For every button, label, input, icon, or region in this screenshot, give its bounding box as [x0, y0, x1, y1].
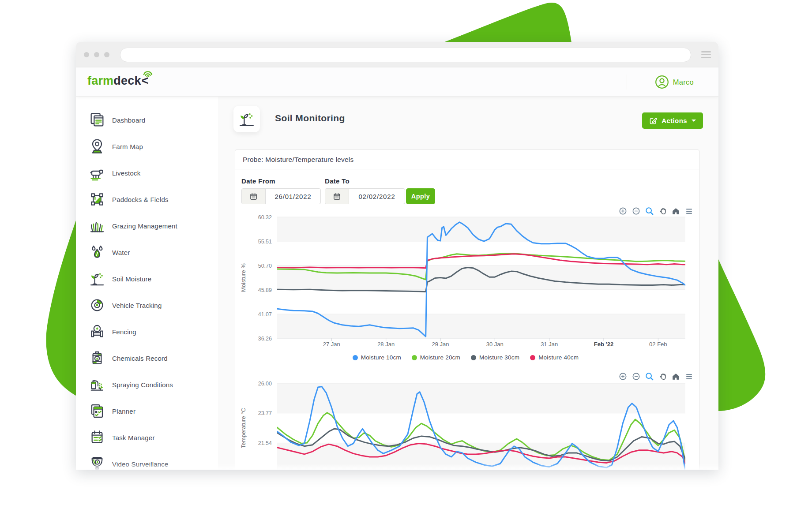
- sidebar-item-planner[interactable]: Planner: [88, 401, 177, 421]
- svg-text:45.89: 45.89: [258, 287, 272, 293]
- deco-top-right-swoosh: [444, 3, 571, 42]
- sidebar-item-dashboard[interactable]: Dashboard: [88, 110, 177, 130]
- home-icon[interactable]: [671, 206, 680, 216]
- deco-left-wedge: [46, 221, 76, 396]
- calendar-icon[interactable]: [242, 189, 266, 204]
- svg-text:27 Jan: 27 Jan: [323, 341, 340, 348]
- spraying-conditions-icon: [88, 376, 106, 393]
- sidebar-item-label: Livestock: [112, 169, 140, 177]
- main-area: Dashboard Farm Map Livestock Paddocks & …: [76, 96, 718, 470]
- legend-dot: [471, 355, 476, 360]
- sidebar-menu: Dashboard Farm Map Livestock Paddocks & …: [88, 110, 177, 470]
- sidebar-item-label: Farm Map: [112, 143, 143, 150]
- temperature-chart-toolbar: [618, 372, 694, 381]
- svg-text:02 Feb: 02 Feb: [649, 341, 667, 348]
- pan-icon[interactable]: [658, 206, 667, 216]
- zoom-out-icon[interactable]: [632, 372, 641, 381]
- legend-dot: [412, 355, 417, 360]
- sidebar-item-label: Chemicals Record: [112, 355, 168, 362]
- sidebar-item-grazing-management[interactable]: Grazing Management: [88, 216, 177, 236]
- address-bar[interactable]: [120, 48, 691, 62]
- svg-text:21.54: 21.54: [258, 440, 272, 446]
- paddocks-fields-icon: [88, 191, 106, 208]
- actions-button-label: Actions: [662, 117, 687, 124]
- sidebar-item-spraying-conditions[interactable]: Spraying Conditions: [88, 375, 177, 394]
- deco-right-teardrop: [718, 259, 765, 411]
- zoom-in-icon[interactable]: [618, 372, 628, 381]
- window-control-dots: [84, 52, 109, 57]
- svg-text:29 Jan: 29 Jan: [432, 341, 449, 348]
- soil-monitoring-icon: [237, 110, 256, 128]
- zoom-out-icon[interactable]: [632, 206, 641, 216]
- moisture-chart: 60.3255.5150.7045.8941.0736.2627 Jan28 J…: [238, 209, 693, 361]
- sidebar-item-farm-map[interactable]: Farm Map: [88, 137, 177, 156]
- sidebar-item-livestock[interactable]: Livestock: [88, 163, 177, 183]
- sidebar-item-label: Task Manager: [112, 434, 155, 441]
- sidebar-item-label: Paddocks & Fields: [112, 196, 169, 203]
- date-to-value: 02/02/2022: [349, 189, 405, 204]
- farm-map-icon: [88, 138, 106, 155]
- sidebar-item-label: Dashboard: [112, 116, 145, 124]
- legend-label: Moisture 20cm: [420, 354, 460, 361]
- svg-text:23.77: 23.77: [258, 410, 272, 416]
- selection-zoom-icon[interactable]: [645, 372, 654, 381]
- sidebar-item-soil-moisture[interactable]: Soil Moisture: [88, 269, 177, 288]
- sidebar-item-label: Soil Moisture: [112, 275, 151, 283]
- svg-text:60.32: 60.32: [258, 214, 272, 221]
- chemicals-record-icon: [88, 349, 106, 367]
- legend-item-moisture-10cm[interactable]: Moisture 10cm: [353, 354, 401, 361]
- selection-zoom-icon[interactable]: [645, 206, 654, 216]
- apply-button[interactable]: Apply: [406, 188, 435, 204]
- vehicle-tracking-icon: [88, 296, 106, 314]
- fencing-icon: [88, 323, 106, 340]
- date-from-input[interactable]: 26/01/2022: [241, 188, 321, 204]
- svg-text:28 Jan: 28 Jan: [377, 341, 395, 348]
- sidebar-item-water[interactable]: Water: [88, 243, 177, 262]
- pan-icon[interactable]: [658, 372, 667, 381]
- svg-text:55.51: 55.51: [258, 239, 272, 245]
- svg-text:Temperature °C: Temperature °C: [240, 408, 247, 448]
- logo-text-farm: farm: [87, 74, 113, 87]
- page-icon-card: [233, 106, 260, 132]
- menu-icon[interactable]: [684, 206, 694, 216]
- sidebar-item-video-surveillance[interactable]: Video Surveillance: [88, 454, 177, 470]
- sidebar-item-paddocks-fields[interactable]: Paddocks & Fields: [88, 190, 177, 209]
- legend-dot: [530, 355, 535, 360]
- legend-item-moisture-30cm[interactable]: Moisture 30cm: [471, 354, 519, 361]
- legend-label: Moisture 10cm: [361, 354, 401, 361]
- browser-window: farmdeck< Marco Dashboard Farm Map: [76, 42, 718, 470]
- zoom-in-icon[interactable]: [618, 206, 628, 216]
- svg-text:26.00: 26.00: [258, 381, 272, 387]
- svg-text:31 Jan: 31 Jan: [541, 341, 558, 348]
- legend-dot: [353, 355, 358, 360]
- panel-title: Probe: Moisture/Temperature levels: [235, 150, 699, 169]
- svg-text:41.07: 41.07: [258, 311, 272, 318]
- date-to-label: Date To: [325, 177, 350, 185]
- planner-icon: [88, 402, 106, 420]
- content-area: Soil Monitoring Actions Probe: Moisture/…: [218, 96, 718, 470]
- date-to-input[interactable]: 02/02/2022: [325, 188, 405, 204]
- sidebar-item-task-manager[interactable]: Task Manager: [88, 428, 177, 447]
- legend-item-moisture-40cm[interactable]: Moisture 40cm: [530, 354, 579, 361]
- actions-button[interactable]: Actions: [642, 112, 703, 129]
- legend-item-moisture-20cm[interactable]: Moisture 20cm: [412, 354, 460, 361]
- caret-down-icon: [692, 120, 696, 122]
- menu-icon[interactable]: [684, 372, 694, 381]
- soil-moisture-icon: [88, 270, 106, 288]
- sidebar-item-fencing[interactable]: Fencing: [88, 322, 177, 341]
- legend-label: Moisture 40cm: [538, 354, 579, 361]
- sidebar-item-vehicle-tracking[interactable]: Vehicle Tracking: [88, 295, 177, 315]
- water-icon: [88, 243, 106, 261]
- browser-menu-icon[interactable]: [701, 51, 711, 60]
- sidebar-item-label: Planner: [112, 408, 135, 415]
- sidebar-item-label: Water: [112, 249, 130, 256]
- moisture-legend: Moisture 10cm Moisture 20cm Moisture 30c…: [238, 354, 693, 361]
- svg-text:36.26: 36.26: [258, 336, 272, 342]
- calendar-icon[interactable]: [325, 189, 349, 204]
- sidebar-item-chemicals-record[interactable]: Chemicals Record: [88, 348, 177, 368]
- svg-text:30 Jan: 30 Jan: [486, 341, 504, 348]
- app-logo: farmdeck<: [87, 74, 149, 88]
- user-chip[interactable]: Marco: [655, 75, 694, 90]
- moisture-chart-toolbar: [618, 206, 694, 216]
- home-icon[interactable]: [671, 372, 680, 381]
